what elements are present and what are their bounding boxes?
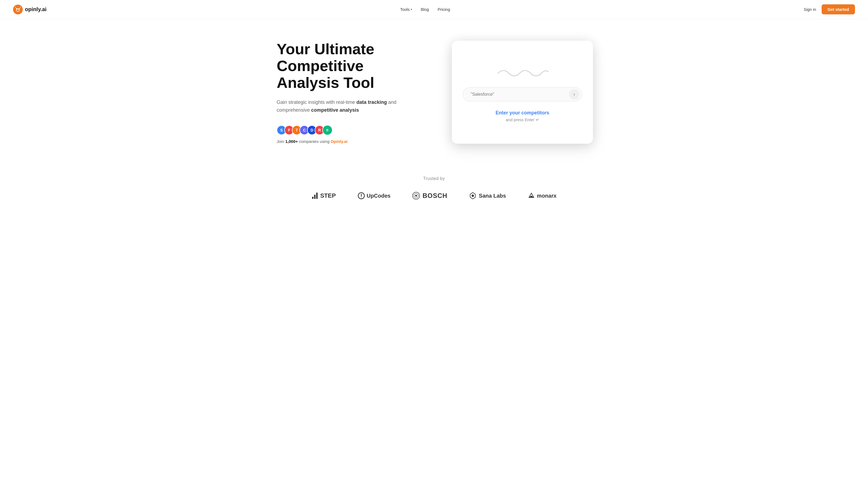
logo-icon	[13, 5, 23, 14]
upcodes-icon	[358, 192, 365, 199]
hero-right: › Enter your competitors and press Enter…	[434, 41, 611, 144]
nav-actions: Sign in Get started	[804, 4, 855, 14]
sana-labs-logo: Sana Labs	[469, 192, 506, 199]
upcodes-logo: UpCodes	[358, 192, 391, 199]
svg-point-3	[15, 7, 16, 8]
nav-links: Tools ▾ Blog Pricing	[400, 7, 450, 12]
demo-card: › Enter your competitors and press Enter…	[452, 41, 593, 144]
hero-title: Your Ultimate Competitive Analysis Tool	[277, 41, 418, 91]
trusted-logos: STEP UpCodes BOSCH S	[13, 192, 855, 199]
step-icon	[311, 192, 319, 199]
monarx-icon	[528, 192, 535, 199]
avatar: B	[322, 125, 333, 135]
get-started-button[interactable]: Get started	[822, 4, 855, 14]
svg-point-9	[361, 197, 362, 198]
trusted-title: Trusted by	[13, 176, 855, 181]
search-container: ›	[463, 87, 582, 101]
navbar: opinly.ai Tools ▾ Blog Pricing Sign in G…	[0, 0, 868, 19]
logo[interactable]: opinly.ai	[13, 5, 46, 14]
competitor-search-input[interactable]	[463, 87, 582, 101]
hero-left: Your Ultimate Competitive Analysis Tool …	[277, 41, 418, 143]
blog-link[interactable]: Blog	[421, 7, 429, 12]
hero-subtitle: Gain strategic insights with real-time d…	[277, 98, 418, 114]
company-avatars: S F T C D R B	[277, 125, 418, 135]
svg-point-1	[16, 8, 18, 10]
svg-point-12	[415, 195, 417, 197]
enter-competitors-title: Enter your competitors	[496, 110, 549, 116]
svg-rect-5	[312, 197, 314, 199]
logo-text: opinly.ai	[25, 6, 46, 12]
chevron-down-icon: ▾	[411, 8, 412, 11]
svg-rect-7	[316, 193, 318, 199]
bosch-logo: BOSCH	[412, 192, 447, 199]
search-submit-button[interactable]: ›	[569, 89, 579, 99]
svg-point-4	[20, 7, 21, 8]
enter-competitors-text: Enter your competitors and press Enter ↵	[496, 110, 549, 122]
hero-section: Your Ultimate Competitive Analysis Tool …	[244, 19, 624, 160]
monarx-logo: monarx	[528, 192, 556, 199]
svg-point-0	[13, 5, 23, 14]
trusted-section: Trusted by STEP UpCodes	[0, 160, 868, 216]
step-logo: STEP	[311, 192, 336, 199]
tools-menu[interactable]: Tools ▾	[400, 7, 412, 12]
pricing-link[interactable]: Pricing	[437, 7, 450, 12]
svg-point-2	[18, 8, 20, 10]
sana-labs-icon	[469, 192, 476, 199]
enter-competitors-sub: and press Enter ↵	[496, 118, 549, 122]
svg-rect-6	[314, 195, 316, 199]
company-join-text: Join 1,000+ companies using Opinly.ai	[277, 139, 418, 144]
bosch-icon	[412, 192, 420, 199]
sign-in-button[interactable]: Sign in	[804, 7, 816, 12]
wave-decoration	[495, 65, 550, 78]
